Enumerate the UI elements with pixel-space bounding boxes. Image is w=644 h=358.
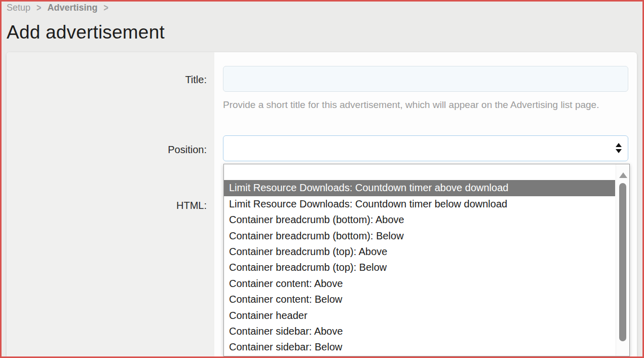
select-updown-icon <box>616 143 622 153</box>
scrollbar-thumb[interactable] <box>619 183 626 341</box>
breadcrumb-item-advertising[interactable]: Advertising <box>47 3 97 13</box>
form-panel: Title: Provide a short title for this ad… <box>7 52 637 356</box>
dropdown-option[interactable]: Container breadcrumb (bottom): Below <box>224 228 615 244</box>
dropdown-option[interactable]: Container header <box>224 308 615 324</box>
title-input[interactable] <box>223 66 628 92</box>
position-select[interactable] <box>223 135 628 161</box>
dropdown-option[interactable]: Container breadcrumb (top): Below <box>224 260 615 275</box>
chevron-right-icon: > <box>103 2 108 14</box>
dropdown-option[interactable]: Container breadcrumb (bottom): Above <box>224 212 615 228</box>
dropdown-option[interactable]: Container content: Below <box>224 292 615 307</box>
html-label: HTML: <box>7 200 207 211</box>
dropdown-option[interactable]: Container content: Above <box>224 276 615 292</box>
dropdown-option[interactable]: Container sidebar: Above <box>224 324 615 339</box>
scroll-up-icon[interactable] <box>619 172 627 178</box>
title-label: Title: <box>7 74 207 86</box>
position-label: Position: <box>7 144 207 156</box>
dropdown-option-empty[interactable] <box>224 164 615 180</box>
title-help-text: Provide a short title for this advertise… <box>223 99 628 111</box>
dropdown-option[interactable]: Container sidebar: Below <box>224 339 615 355</box>
dropdown-option[interactable]: Limit Resource Downloads: Countdown time… <box>224 180 615 196</box>
dropdown-scrollbar[interactable] <box>616 164 629 356</box>
page: { "colors": { "frame_border": "#d9534f",… <box>0 0 644 358</box>
position-dropdown: Limit Resource Downloads: Countdown time… <box>223 164 630 356</box>
dropdown-option[interactable]: Container breadcrumb (top): Above <box>224 244 615 260</box>
dropdown-option[interactable]: Limit Resource Downloads: Countdown time… <box>224 196 615 212</box>
page-title: Add advertisement <box>7 22 165 43</box>
breadcrumb-item-setup[interactable]: Setup <box>7 3 30 13</box>
breadcrumb: Setup > Advertising > <box>7 3 108 13</box>
dropdown-options-list: Limit Resource Downloads: Countdown time… <box>224 164 615 355</box>
chevron-right-icon: > <box>36 2 41 14</box>
